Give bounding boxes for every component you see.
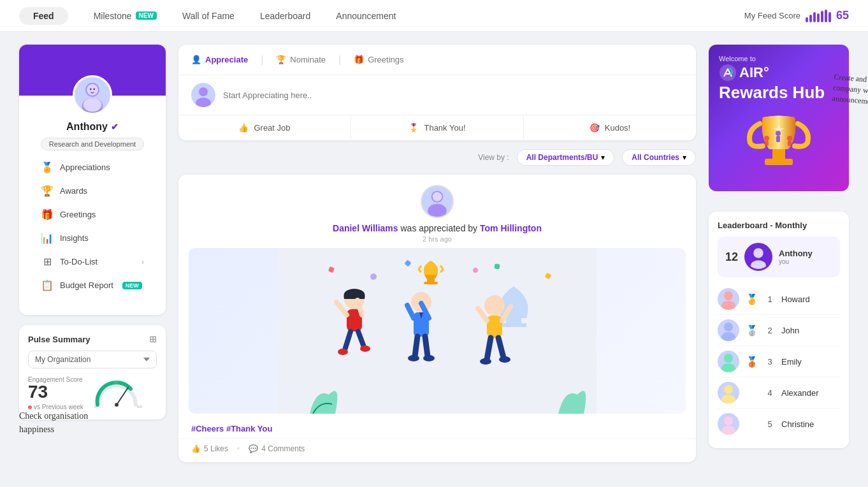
country-filter-value: All Countries [632, 153, 679, 162]
comment-action[interactable]: 💬 4 Comments [249, 444, 305, 453]
feed-score-value: 65 [836, 9, 849, 22]
feed-score-section: My Feed Score 65 [744, 9, 849, 22]
leaderboard-label: Leaderboard [260, 11, 310, 21]
dept-filter-button[interactable]: All Departments/BU ▾ [517, 149, 615, 166]
lb-name-2: John [781, 326, 799, 335]
milestone-nav-link[interactable]: Milestone NEW [94, 11, 157, 21]
lb-avatar-2 [718, 319, 739, 341]
sidebar-item-greetings[interactable]: 🎁 Greetings [34, 203, 150, 226]
svg-point-7 [115, 403, 119, 407]
appreciations-label: Appreciations [60, 163, 110, 172]
sidebar-item-awards[interactable]: 🏆 Awards [34, 179, 150, 203]
lb-rank-2: 2 [765, 326, 775, 335]
lb-rank-4: 4 [765, 388, 775, 398]
verified-icon: ✔ [111, 122, 119, 132]
announcement-nav-link[interactable]: Announcement [336, 11, 396, 21]
gauge-chart: 0 100 50 [91, 376, 142, 405]
post-composer: 👤 Appreciate | 🏆 Nominate | 🎁 Greetings [178, 45, 696, 140]
composer-text-input[interactable] [223, 91, 683, 100]
svg-point-14 [428, 204, 447, 217]
pulse-org-select[interactable]: My Organization [28, 351, 157, 368]
wall-of-fame-label: Wall of Fame [182, 11, 235, 21]
profile-name: Anthony ✔ [29, 121, 156, 133]
tab-appreciate[interactable]: 👤 Appreciate [191, 52, 248, 67]
tab-sep-2: | [338, 54, 341, 66]
vs-dot-icon [28, 405, 32, 409]
leaderboard-item-5: 5 Christine [718, 409, 840, 439]
svg-rect-33 [427, 279, 435, 282]
you-label: you [779, 258, 813, 265]
wall-of-fame-nav-link[interactable]: Wall of Fame [182, 11, 235, 21]
thank-you-action[interactable]: 🎖️ Thank You! [351, 115, 524, 140]
tab-greetings[interactable]: 🎁 Greetings [354, 52, 403, 67]
sidebar-item-todo[interactable]: ⊞ To-Do-List › [34, 250, 150, 273]
lb-medal-2: 🥈 [746, 324, 758, 337]
tab-nominate[interactable]: 🏆 Nominate [276, 52, 326, 67]
great-job-action[interactable]: 👍 Great Job [178, 115, 351, 140]
post-title-text: Daniel Williams was appreciated by Tom H… [333, 223, 542, 233]
gauge-svg: 0 100 50 [91, 376, 142, 408]
svg-point-5 [93, 89, 95, 91]
country-filter-button[interactable]: All Countries ▾ [622, 149, 696, 166]
svg-line-40 [425, 337, 428, 356]
profile-avatar-svg [75, 77, 110, 113]
budget-new-badge: NEW [122, 282, 142, 289]
svg-point-65 [724, 323, 733, 331]
svg-point-64 [721, 301, 735, 310]
svg-rect-19 [494, 263, 500, 269]
announcement-label: Announcement [336, 11, 396, 21]
sidebar-item-appreciations[interactable]: 🏅 Appreciations [34, 156, 150, 179]
svg-rect-44 [487, 316, 502, 338]
leaderboard-item-3: 🥉 3 Emily [718, 346, 840, 377]
trophy-svg [737, 111, 820, 181]
tab-sep-1: | [261, 54, 263, 66]
lb-medal-3: 🥉 [746, 356, 758, 368]
milestone-new-badge: NEW [136, 11, 157, 20]
insights-label: Insights [60, 233, 89, 243]
profile-department: Research and Development [41, 138, 144, 150]
svg-point-72 [721, 426, 735, 435]
leaderboard-item-2: 🥈 2 John [718, 315, 840, 346]
thank-you-label: Thank You! [424, 123, 465, 133]
like-icon: 👍 [191, 444, 201, 453]
leaderboard-nav-link[interactable]: Leaderboard [260, 11, 310, 21]
rewards-welcome-text: Welcome to [719, 55, 839, 62]
great-job-label: Great Job [254, 123, 290, 133]
svg-rect-60 [788, 141, 792, 146]
your-rank-number: 12 [725, 251, 738, 264]
filter-bar: View by : All Departments/BU ▾ All Count… [178, 149, 696, 166]
rewards-hub-banner: Welcome to AIR° Rewards Hub [709, 45, 849, 191]
score-bars-icon [806, 10, 831, 22]
sidebar-item-insights[interactable]: 📊 Insights [34, 226, 150, 250]
like-action[interactable]: 👍 5 Likes [191, 444, 228, 453]
svg-point-71 [724, 416, 733, 425]
sidebar-item-budget[interactable]: 📋 Budget Report NEW [34, 273, 150, 297]
lb-rank-1: 1 [765, 294, 775, 304]
score-bar-1 [806, 17, 808, 22]
air-logo-icon [719, 64, 737, 82]
todo-label: To-Do-List [60, 257, 98, 266]
svg-point-32 [360, 345, 370, 352]
kudos-action[interactable]: 🎯 Kudos! [524, 115, 696, 140]
leaderboard-card: Leaderboard - Monthly 12 Anthony you [709, 212, 849, 448]
composer-input-row [178, 75, 696, 115]
great-job-icon: 👍 [238, 123, 249, 133]
svg-point-22 [473, 268, 478, 273]
lb-name-5: Christine [781, 419, 814, 429]
feed-nav-button[interactable]: Feed [19, 7, 68, 25]
main-layout: Anthony ✔ Research and Development 🏅 App… [0, 32, 868, 475]
composer-tabs: 👤 Appreciate | 🏆 Nominate | 🎁 Greetings [178, 45, 696, 75]
your-name: Anthony [779, 249, 813, 258]
thank-you-icon: 🎖️ [409, 123, 419, 133]
awards-label: Awards [60, 186, 87, 196]
svg-text:50: 50 [114, 381, 119, 384]
score-bar-5 [821, 11, 823, 22]
svg-point-57 [776, 131, 781, 136]
rewards-handwritten-annotation: Create and share company wide announceme… [832, 71, 868, 108]
svg-point-3 [83, 98, 102, 112]
score-bar-2 [809, 15, 812, 22]
svg-point-49 [480, 358, 491, 365]
rewards-hub-title: Rewards Hub [719, 83, 839, 103]
post-timestamp: 2 hrs ago [423, 235, 452, 243]
svg-point-11 [199, 87, 208, 96]
